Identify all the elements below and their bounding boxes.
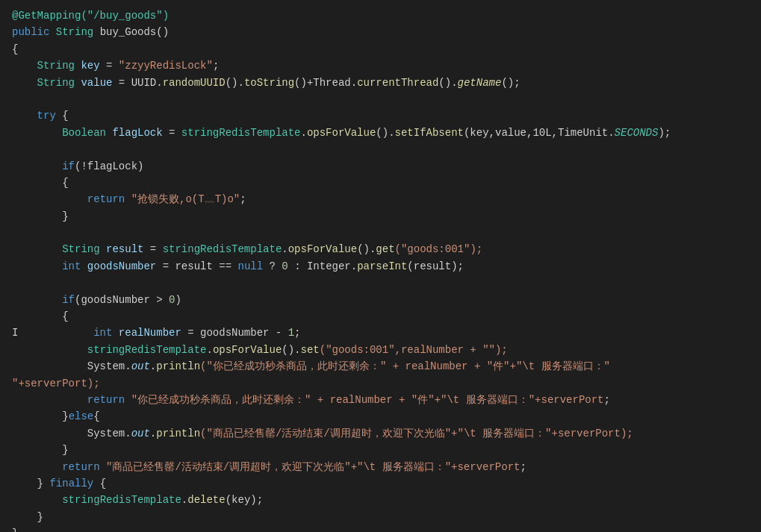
code-line: String key = "zzyyRedisLock"; bbox=[0, 57, 761, 74]
code-token: ("goods:001"); bbox=[395, 243, 483, 255]
code-line: } bbox=[0, 525, 761, 532]
code-token: ) bbox=[175, 294, 181, 306]
code-token: ; bbox=[213, 60, 219, 72]
code-token: getName bbox=[458, 77, 502, 89]
code-token: } bbox=[12, 444, 69, 456]
code-token: "+serverPort); bbox=[12, 378, 100, 389]
code-token: opsForValue bbox=[288, 243, 357, 255]
code-line: if(!flagLock) bbox=[0, 158, 761, 175]
code-token: (goodsNumber > bbox=[75, 294, 169, 306]
code-token: flagLock bbox=[112, 127, 169, 139]
code-token: result bbox=[106, 243, 150, 255]
code-token: opsForValue bbox=[213, 344, 282, 356]
code-token: if bbox=[62, 294, 75, 306]
code-line: System.out.println("你已经成功秒杀商品，此时还剩余：" + … bbox=[0, 358, 761, 375]
code-token: . bbox=[150, 360, 156, 372]
code-token: ; bbox=[520, 461, 526, 473]
code-token: null bbox=[237, 260, 269, 272]
code-token: { bbox=[12, 177, 69, 189]
code-line: I int realNumber = goodsNumber - 1; bbox=[0, 325, 761, 341]
code-token: "你已经成功秒杀商品，此时还剩余：" + realNumber + "件"+"\… bbox=[131, 394, 604, 406]
code-token: . bbox=[282, 243, 288, 255]
code-line: int goodsNumber = result == null ? 0 : I… bbox=[0, 258, 761, 275]
code-token: String bbox=[12, 60, 81, 72]
code-token: ; bbox=[240, 193, 246, 205]
code-token: set bbox=[301, 344, 320, 356]
code-token: stringRedisTemplate bbox=[181, 127, 301, 139]
code-container: @GetMapping("/buy_goods")public String b… bbox=[0, 0, 761, 532]
code-token: ("goods:001",realNumber + ""); bbox=[320, 344, 508, 356]
code-token bbox=[12, 294, 62, 306]
code-token: (). bbox=[357, 243, 376, 255]
code-token: ? bbox=[270, 260, 282, 272]
code-token: value bbox=[81, 77, 118, 89]
code-token: System. bbox=[12, 360, 131, 372]
code-token: stringRedisTemplate bbox=[62, 494, 181, 506]
code-token: " bbox=[604, 360, 610, 372]
code-line: } finally { bbox=[0, 475, 761, 492]
code-line: }else{ bbox=[0, 408, 761, 425]
code-token: ; bbox=[294, 327, 300, 339]
code-token: buy_Goods() bbox=[100, 26, 169, 38]
code-token bbox=[12, 160, 62, 172]
code-line: return "商品已经售罄/活动结束/调用超时，欢迎下次光临"+"\t 服务器… bbox=[0, 459, 761, 475]
code-token: String bbox=[12, 77, 81, 89]
code-token: ("商品已经售罄/活动结束/调用超时，欢迎下次光临"+"\t 服务器端口："+s… bbox=[200, 428, 633, 439]
code-token: } bbox=[12, 511, 43, 523]
code-token: else bbox=[69, 410, 94, 422]
code-token: ()+Thread. bbox=[294, 77, 357, 89]
code-line bbox=[0, 275, 761, 291]
code-token: return bbox=[87, 394, 131, 406]
code-line: } bbox=[0, 208, 761, 225]
code-token: SECONDS bbox=[615, 127, 659, 139]
code-token: "zzyyRedisLock" bbox=[119, 60, 213, 72]
code-token bbox=[12, 260, 62, 272]
code-token: int bbox=[62, 260, 87, 272]
code-token: (key); bbox=[226, 494, 263, 506]
code-token: key bbox=[81, 60, 106, 72]
code-token: Boolean bbox=[12, 127, 112, 139]
code-token: . bbox=[181, 494, 187, 506]
code-token: = bbox=[150, 243, 163, 255]
code-line: @GetMapping("/buy_goods") bbox=[0, 7, 761, 24]
code-token: . bbox=[206, 344, 212, 356]
code-token: (); bbox=[501, 77, 520, 89]
code-token: } bbox=[12, 528, 18, 532]
code-token bbox=[12, 193, 87, 205]
code-token: 0 bbox=[282, 260, 294, 272]
code-token: = UUID. bbox=[119, 77, 163, 89]
code-token: get bbox=[376, 243, 394, 255]
code-line: Boolean flagLock = stringRedisTemplate.o… bbox=[0, 125, 761, 141]
code-token: public bbox=[12, 26, 56, 38]
code-token: (). bbox=[376, 127, 394, 139]
code-token: parseInt bbox=[357, 260, 407, 272]
code-token: . bbox=[301, 127, 307, 139]
code-token: I bbox=[12, 327, 93, 339]
code-line: { bbox=[0, 175, 761, 191]
code-line: "+serverPort); bbox=[0, 375, 761, 392]
code-line: stringRedisTemplate.delete(key); bbox=[0, 492, 761, 508]
code-token: "抢锁失败,o(T﹏T)o" bbox=[131, 193, 240, 205]
code-token: try bbox=[37, 110, 56, 122]
code-token bbox=[12, 344, 87, 356]
code-line bbox=[0, 225, 761, 241]
code-token: = bbox=[169, 127, 181, 139]
code-token: { bbox=[100, 478, 106, 489]
code-token: { bbox=[12, 43, 18, 55]
code-token: ); bbox=[658, 127, 671, 139]
code-line bbox=[0, 141, 761, 157]
code-token: String bbox=[56, 26, 100, 38]
code-token: return bbox=[87, 193, 131, 205]
code-line: String value = UUID.randomUUID().toStrin… bbox=[0, 75, 761, 91]
code-token: String bbox=[12, 243, 106, 255]
code-token: (!flagLock) bbox=[75, 160, 143, 172]
code-token: = bbox=[106, 60, 119, 72]
code-line: try { bbox=[0, 107, 761, 124]
code-token: stringRedisTemplate bbox=[163, 243, 282, 255]
code-token: (key,value,10L,TimeUnit. bbox=[464, 127, 615, 139]
code-lines: @GetMapping("/buy_goods")public String b… bbox=[0, 7, 761, 532]
code-token: delete bbox=[187, 494, 225, 506]
code-token: out bbox=[131, 360, 150, 372]
code-token bbox=[12, 110, 37, 122]
code-token: ("你已经成功秒杀商品，此时还剩余：" + realNumber + "件"+"… bbox=[200, 360, 603, 372]
